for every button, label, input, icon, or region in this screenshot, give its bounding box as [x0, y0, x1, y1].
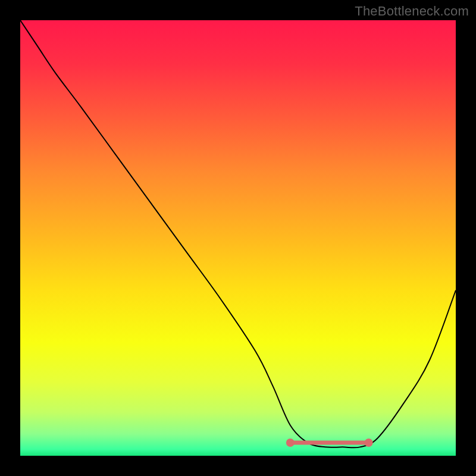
- flat-region-endpoint-left: [286, 439, 295, 447]
- chart-frame: [0, 0, 476, 476]
- flat-region-endpoint-right: [365, 439, 373, 447]
- plot-area: [20, 20, 456, 456]
- watermark-text: TheBottleneck.com: [355, 4, 469, 19]
- bottleneck-curve: [20, 20, 456, 447]
- curve-layer: [20, 20, 456, 456]
